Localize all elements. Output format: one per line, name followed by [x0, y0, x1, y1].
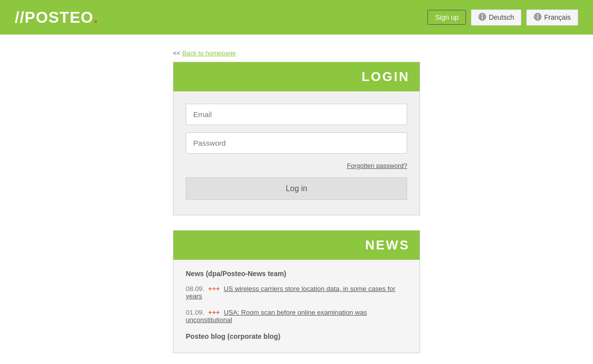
news-date-2: 01.09.: [186, 309, 205, 316]
globe-icon-fr: [534, 13, 542, 22]
login-section: LOGIN Forgotten password? Log in: [173, 62, 420, 215]
news-plus-1: +++: [208, 285, 220, 292]
logo-dot: .: [93, 8, 98, 26]
login-title: LOGIN: [183, 69, 410, 84]
news-source-label: News (dpa/Posteo-News team): [186, 270, 407, 278]
news-date-1: 08.09.: [186, 285, 205, 292]
password-group: [186, 132, 407, 154]
password-input[interactable]: [186, 132, 407, 154]
francais-button[interactable]: Français: [526, 9, 578, 26]
back-link: << Back to homepage: [173, 49, 420, 57]
blog-label: Posteo blog (corporate blog): [186, 332, 407, 340]
back-prefix: <<: [173, 49, 182, 57]
news-body: News (dpa/Posteo-News team) 08.09. +++ U…: [173, 260, 420, 353]
login-button[interactable]: Log in: [186, 177, 407, 200]
deutsch-label: Deutsch: [489, 13, 514, 21]
center-column: << Back to homepage LOGIN Forgotten pass…: [173, 49, 420, 364]
email-input[interactable]: [186, 104, 407, 125]
news-title: NEWS: [183, 238, 410, 253]
back-homepage-link[interactable]: Back to homepage: [182, 49, 236, 57]
globe-icon-de: [478, 13, 486, 22]
forgot-password-link[interactable]: Forgotten password?: [347, 162, 407, 169]
signup-button[interactable]: Sign up: [427, 10, 466, 25]
login-body: Forgotten password? Log in: [173, 91, 420, 215]
francais-label: Français: [544, 13, 571, 21]
news-header: NEWS: [173, 231, 420, 260]
header: //POSTEO. Sign up Deutsch: [0, 0, 593, 35]
email-group: [186, 104, 407, 125]
header-nav: Sign up Deutsch: [427, 9, 578, 26]
login-header: LOGIN: [173, 62, 420, 91]
news-item-1: 08.09. +++ US wireless carriers store lo…: [186, 285, 407, 300]
news-item-2: 01.09. +++ USA: Room scan before online …: [186, 309, 407, 324]
news-plus-2: +++: [208, 309, 220, 316]
main-content: << Back to homepage LOGIN Forgotten pass…: [0, 35, 593, 364]
forgot-password-container: Forgotten password?: [186, 161, 407, 170]
deutsch-button[interactable]: Deutsch: [471, 9, 521, 26]
news-section: NEWS News (dpa/Posteo-News team) 08.09. …: [173, 230, 420, 353]
logo: //POSTEO.: [15, 8, 98, 27]
